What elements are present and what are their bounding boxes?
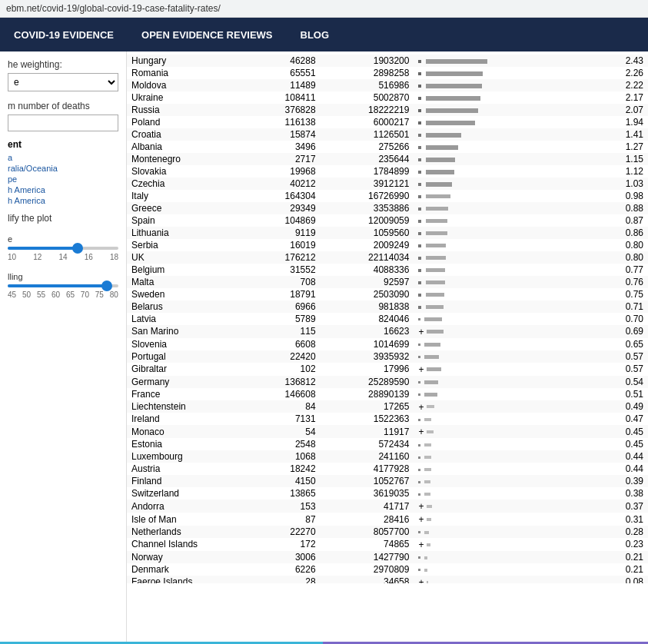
- table-row: Switzerland 13865 3619035 0.38: [127, 487, 648, 500]
- region-link-0[interactable]: a: [8, 153, 118, 162]
- deaths-count: 16019: [249, 239, 321, 251]
- cases-count: 17265: [321, 400, 414, 413]
- table-row: Finland 4150 1052767 0.39: [127, 475, 648, 487]
- ifr-value: 0.77: [597, 264, 648, 276]
- ifr-value: 0.37: [597, 500, 648, 513]
- ifr-value: 0.23: [597, 538, 648, 551]
- deaths-count: 108411: [249, 91, 321, 104]
- chart-bar: [414, 190, 596, 202]
- cases-count: 1052767: [321, 475, 414, 487]
- country-name: Ireland: [127, 413, 249, 425]
- chart-bar: [414, 288, 596, 300]
- country-name: Germany: [127, 376, 249, 388]
- chart-bar: [414, 413, 596, 425]
- country-name: Belarus: [127, 300, 249, 313]
- country-name: Latvia: [127, 313, 249, 325]
- deaths-count: 13865: [249, 487, 321, 500]
- ifr-value: 1.15: [597, 153, 648, 165]
- ifr-value: 0.39: [597, 475, 648, 487]
- deaths-count: 1068: [249, 450, 321, 463]
- ifr-value: 0.21: [597, 563, 648, 576]
- table-row: Moldova 11489 516986 2.22: [127, 79, 648, 91]
- cases-count: 572434: [321, 438, 414, 450]
- cases-count: 2503090: [321, 288, 414, 300]
- table-row: Greece 29349 3353886 0.88: [127, 202, 648, 214]
- table-row: Channel Islands 172 74865 + 0.23: [127, 538, 648, 551]
- cases-count: 4088336: [321, 264, 414, 276]
- country-name: Channel Islands: [127, 538, 249, 551]
- chart-bar: +: [414, 538, 596, 551]
- nav-item-covid[interactable]: COVID-19 EVIDENCE: [8, 26, 120, 44]
- country-name: Netherlands: [127, 526, 249, 538]
- table-row: Hungary 46288 1903200 2.43: [127, 55, 648, 67]
- ifr-value: 0.88: [597, 202, 648, 214]
- cases-count: 8057700: [321, 526, 414, 538]
- cases-count: 981838: [321, 300, 414, 313]
- cases-count: 275266: [321, 141, 414, 153]
- nav-bar: COVID-19 EVIDENCE OPEN EVIDENCE REVIEWS …: [0, 18, 648, 51]
- country-name: Denmark: [127, 563, 249, 576]
- nav-item-blog[interactable]: BLOG: [294, 26, 336, 44]
- ifr-value: 1.27: [597, 141, 648, 153]
- deaths-count: 5789: [249, 313, 321, 325]
- region-link-2[interactable]: pe: [8, 174, 118, 184]
- country-name: San Marino: [127, 325, 249, 338]
- cases-count: 25289590: [321, 376, 414, 388]
- country-name: Poland: [127, 116, 249, 128]
- table-row: Albania 3496 275266 1.27: [127, 141, 648, 153]
- country-name: Monaco: [127, 425, 249, 438]
- nav-item-reviews[interactable]: OPEN EVIDENCE REVIEWS: [135, 26, 278, 44]
- country-name: Finland: [127, 475, 249, 487]
- table-row: Spain 104869 12009059 0.87: [127, 214, 648, 227]
- ifr-value: 0.87: [597, 214, 648, 227]
- table-row: Romania 65551 2898258 2.26: [127, 67, 648, 79]
- country-name: Greece: [127, 202, 249, 214]
- deaths-count: 3006: [249, 551, 321, 563]
- deaths-count: 2548: [249, 438, 321, 450]
- slider2-t7: 80: [110, 290, 118, 299]
- country-name: Andorra: [127, 500, 249, 513]
- deaths-count: 4150: [249, 475, 321, 487]
- cases-count: 3353886: [321, 202, 414, 214]
- chart-bar: [414, 551, 596, 563]
- ifr-value: 0.75: [597, 288, 648, 300]
- weighting-select[interactable]: e: [8, 73, 118, 91]
- table-row: Ireland 7131 1522363 0.47: [127, 413, 648, 425]
- table-row: Latvia 5789 824046 0.70: [127, 313, 648, 325]
- deaths-count: 115: [249, 325, 321, 338]
- ifr-value: 0.71: [597, 300, 648, 313]
- deaths-count: 2717: [249, 153, 321, 165]
- country-name: Portugal: [127, 350, 249, 363]
- region-link-3[interactable]: h America: [8, 185, 118, 194]
- cases-count: 1126501: [321, 128, 414, 141]
- ifr-value: 2.43: [597, 55, 648, 67]
- ifr-value: 2.26: [597, 67, 648, 79]
- cases-count: 4177928: [321, 463, 414, 475]
- region-link-1[interactable]: ralia/Oceania: [8, 164, 118, 173]
- table-row: Andorra 153 41717 + 0.37: [127, 500, 648, 513]
- ifr-value: 0.51: [597, 388, 648, 400]
- cases-count: 1784899: [321, 165, 414, 178]
- cases-count: 2970809: [321, 563, 414, 576]
- country-name: Croatia: [127, 128, 249, 141]
- cases-count: 22114034: [321, 251, 414, 264]
- country-name: Lithuania: [127, 227, 249, 239]
- deaths-count: 136812: [249, 376, 321, 388]
- country-name: Slovenia: [127, 338, 249, 350]
- ifr-value: 0.08: [597, 576, 648, 583]
- cases-count: 241160: [321, 450, 414, 463]
- table-row: Czechia 40212 3912121 1.03: [127, 178, 648, 190]
- ifr-value: 0.44: [597, 450, 648, 463]
- country-name: Malta: [127, 276, 249, 288]
- chart-bar: [414, 388, 596, 400]
- cases-count: 1059560: [321, 227, 414, 239]
- chart-bar: [414, 376, 596, 388]
- slider2-t0: 45: [8, 290, 16, 299]
- deaths-count: 65551: [249, 67, 321, 79]
- table-row: Russia 376828 18222219 2.07: [127, 104, 648, 116]
- deaths-input[interactable]: [8, 115, 118, 131]
- region-link-4[interactable]: h America: [8, 196, 118, 205]
- ifr-value: 1.12: [597, 165, 648, 178]
- cases-count: 3935932: [321, 350, 414, 363]
- country-name: Montenegro: [127, 153, 249, 165]
